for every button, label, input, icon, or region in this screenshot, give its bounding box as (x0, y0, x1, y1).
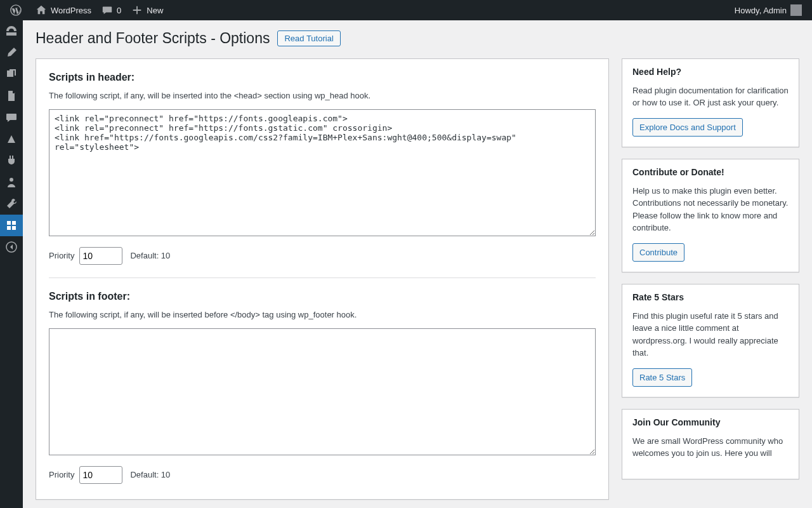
contribute-box-text: Help us to make this plugin even better.… (632, 185, 789, 234)
main-form-box: Scripts in header: The following script,… (36, 58, 609, 500)
rate-box-title: Rate 5 Stars (632, 292, 789, 302)
svg-point-1 (10, 178, 13, 182)
menu-dashboard[interactable] (0, 20, 23, 42)
avatar (790, 4, 802, 16)
wp-logo-menu[interactable] (5, 0, 30, 20)
contribute-button[interactable]: Contribute (632, 243, 684, 262)
help-box-title: Need Help? (632, 67, 789, 77)
menu-tools[interactable] (0, 193, 23, 215)
header-priority-input[interactable] (79, 247, 122, 265)
contribute-box-title: Contribute or Donate! (632, 167, 789, 177)
menu-collapse[interactable] (0, 236, 23, 258)
header-priority-label: Priority (49, 251, 74, 260)
site-name-link[interactable]: WordPress (30, 0, 96, 20)
svg-point-0 (11, 5, 21, 15)
help-box: Need Help? Read plugin documentation for… (622, 58, 799, 147)
admin-menu (0, 20, 23, 508)
rate-button[interactable]: Rate 5 Stars (632, 368, 692, 387)
footer-scripts-title: Scripts in footer: (49, 291, 596, 302)
community-box-text: We are small WordPress community who wel… (632, 435, 789, 460)
header-scripts-textarea[interactable] (49, 109, 596, 236)
footer-scripts-textarea[interactable] (49, 328, 596, 455)
menu-appearance[interactable] (0, 128, 23, 150)
community-box-title: Join Our Community (632, 417, 789, 427)
menu-settings[interactable] (0, 215, 23, 236)
svg-rect-5 (12, 226, 16, 230)
page-title: Header and Footer Scripts - Options (36, 29, 270, 48)
menu-plugins[interactable] (0, 150, 23, 171)
home-icon (36, 4, 47, 16)
contribute-box: Contribute or Donate! Help us to make th… (622, 159, 799, 272)
plus-icon (131, 4, 143, 16)
content-area: Header and Footer Scripts - Options Read… (23, 20, 812, 508)
footer-scripts-desc: The following script, if any, will be in… (49, 310, 596, 319)
header-scripts-title: Scripts in header: (49, 72, 596, 83)
rate-box-text: Find this plugin useful rate it 5 stars … (632, 310, 789, 359)
comment-icon (102, 4, 113, 16)
comments-count: 0 (117, 6, 121, 15)
new-content-link[interactable]: New (126, 0, 168, 20)
section-divider (49, 277, 596, 278)
comments-link[interactable]: 0 (96, 0, 126, 20)
header-priority-default: Default: 10 (130, 251, 170, 260)
menu-pages[interactable] (0, 85, 23, 107)
site-name-label: WordPress (51, 6, 91, 15)
menu-comments[interactable] (0, 107, 23, 128)
footer-priority-default: Default: 10 (130, 470, 170, 479)
howdy-account[interactable]: Howdy, Admin (730, 0, 807, 20)
svg-rect-4 (7, 226, 11, 230)
footer-priority-input[interactable] (79, 466, 122, 484)
menu-posts[interactable] (0, 42, 23, 64)
howdy-label: Howdy, Admin (735, 6, 787, 15)
help-box-text: Read plugin documentation for clarificat… (632, 84, 789, 109)
svg-rect-3 (12, 221, 16, 225)
footer-priority-label: Priority (49, 470, 74, 479)
community-box: Join Our Community We are small WordPres… (622, 409, 799, 479)
menu-media[interactable] (0, 64, 23, 85)
read-tutorial-button[interactable]: Read Tutorial (277, 30, 340, 46)
new-label: New (147, 6, 163, 15)
rate-box: Rate 5 Stars Find this plugin useful rat… (622, 284, 799, 398)
menu-users[interactable] (0, 171, 23, 193)
svg-rect-2 (7, 221, 11, 225)
wordpress-logo-icon (10, 4, 22, 16)
admin-bar: WordPress 0 New Howdy, Admin (0, 0, 812, 20)
header-scripts-desc: The following script, if any, will be in… (49, 91, 596, 100)
explore-docs-button[interactable]: Explore Docs and Support (632, 118, 743, 137)
